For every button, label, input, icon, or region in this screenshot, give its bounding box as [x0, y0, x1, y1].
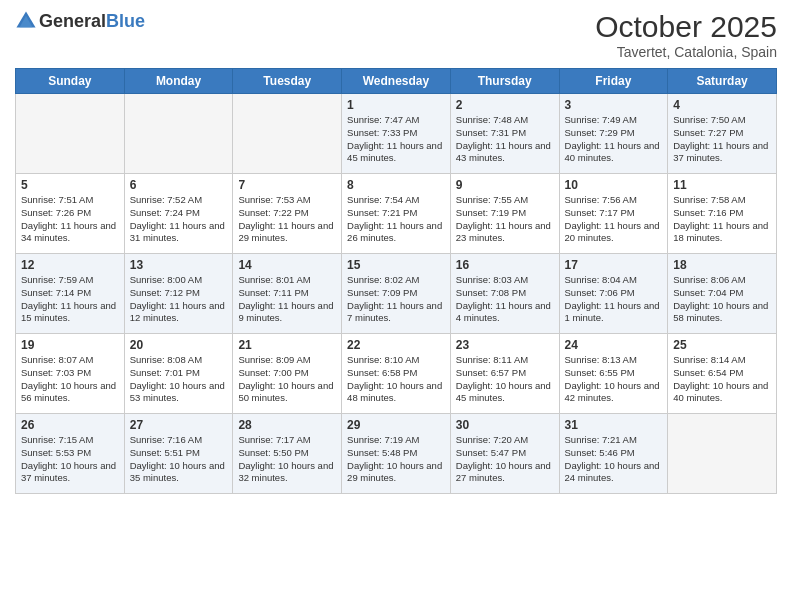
calendar-cell: 11Sunrise: 7:58 AM Sunset: 7:16 PM Dayli… — [668, 174, 777, 254]
day-info: Sunrise: 8:03 AM Sunset: 7:08 PM Dayligh… — [456, 274, 554, 325]
header-row: Sunday Monday Tuesday Wednesday Thursday… — [16, 69, 777, 94]
calendar-cell: 3Sunrise: 7:49 AM Sunset: 7:29 PM Daylig… — [559, 94, 668, 174]
calendar-cell: 7Sunrise: 7:53 AM Sunset: 7:22 PM Daylig… — [233, 174, 342, 254]
day-info: Sunrise: 7:56 AM Sunset: 7:17 PM Dayligh… — [565, 194, 663, 245]
day-number: 28 — [238, 418, 336, 432]
day-info: Sunrise: 7:15 AM Sunset: 5:53 PM Dayligh… — [21, 434, 119, 485]
day-number: 2 — [456, 98, 554, 112]
day-number: 10 — [565, 178, 663, 192]
logo-blue: Blue — [106, 11, 145, 31]
logo-general: General — [39, 11, 106, 31]
col-sunday: Sunday — [16, 69, 125, 94]
day-info: Sunrise: 8:10 AM Sunset: 6:58 PM Dayligh… — [347, 354, 445, 405]
day-number: 17 — [565, 258, 663, 272]
day-number: 19 — [21, 338, 119, 352]
location-title: Tavertet, Catalonia, Spain — [595, 44, 777, 60]
calendar-cell: 18Sunrise: 8:06 AM Sunset: 7:04 PM Dayli… — [668, 254, 777, 334]
day-info: Sunrise: 8:13 AM Sunset: 6:55 PM Dayligh… — [565, 354, 663, 405]
calendar-cell: 21Sunrise: 8:09 AM Sunset: 7:00 PM Dayli… — [233, 334, 342, 414]
calendar-cell: 20Sunrise: 8:08 AM Sunset: 7:01 PM Dayli… — [124, 334, 233, 414]
calendar-cell: 22Sunrise: 8:10 AM Sunset: 6:58 PM Dayli… — [342, 334, 451, 414]
logo: GeneralBlue — [15, 10, 145, 32]
calendar-cell: 26Sunrise: 7:15 AM Sunset: 5:53 PM Dayli… — [16, 414, 125, 494]
day-number: 15 — [347, 258, 445, 272]
day-number: 30 — [456, 418, 554, 432]
day-number: 11 — [673, 178, 771, 192]
col-monday: Monday — [124, 69, 233, 94]
calendar-cell: 27Sunrise: 7:16 AM Sunset: 5:51 PM Dayli… — [124, 414, 233, 494]
day-info: Sunrise: 7:19 AM Sunset: 5:48 PM Dayligh… — [347, 434, 445, 485]
day-number: 26 — [21, 418, 119, 432]
day-info: Sunrise: 7:50 AM Sunset: 7:27 PM Dayligh… — [673, 114, 771, 165]
calendar-cell: 16Sunrise: 8:03 AM Sunset: 7:08 PM Dayli… — [450, 254, 559, 334]
day-info: Sunrise: 8:04 AM Sunset: 7:06 PM Dayligh… — [565, 274, 663, 325]
day-number: 12 — [21, 258, 119, 272]
day-info: Sunrise: 7:48 AM Sunset: 7:31 PM Dayligh… — [456, 114, 554, 165]
calendar-cell: 5Sunrise: 7:51 AM Sunset: 7:26 PM Daylig… — [16, 174, 125, 254]
day-info: Sunrise: 7:21 AM Sunset: 5:46 PM Dayligh… — [565, 434, 663, 485]
calendar-cell: 6Sunrise: 7:52 AM Sunset: 7:24 PM Daylig… — [124, 174, 233, 254]
day-info: Sunrise: 7:53 AM Sunset: 7:22 PM Dayligh… — [238, 194, 336, 245]
week-row-3: 12Sunrise: 7:59 AM Sunset: 7:14 PM Dayli… — [16, 254, 777, 334]
col-thursday: Thursday — [450, 69, 559, 94]
col-friday: Friday — [559, 69, 668, 94]
day-number: 7 — [238, 178, 336, 192]
day-info: Sunrise: 8:02 AM Sunset: 7:09 PM Dayligh… — [347, 274, 445, 325]
day-number: 9 — [456, 178, 554, 192]
week-row-5: 26Sunrise: 7:15 AM Sunset: 5:53 PM Dayli… — [16, 414, 777, 494]
col-wednesday: Wednesday — [342, 69, 451, 94]
logo-icon — [15, 10, 37, 32]
day-number: 8 — [347, 178, 445, 192]
calendar-cell — [668, 414, 777, 494]
day-info: Sunrise: 7:49 AM Sunset: 7:29 PM Dayligh… — [565, 114, 663, 165]
calendar-table: Sunday Monday Tuesday Wednesday Thursday… — [15, 68, 777, 494]
calendar-cell: 17Sunrise: 8:04 AM Sunset: 7:06 PM Dayli… — [559, 254, 668, 334]
calendar-cell: 14Sunrise: 8:01 AM Sunset: 7:11 PM Dayli… — [233, 254, 342, 334]
day-info: Sunrise: 8:06 AM Sunset: 7:04 PM Dayligh… — [673, 274, 771, 325]
day-info: Sunrise: 8:00 AM Sunset: 7:12 PM Dayligh… — [130, 274, 228, 325]
day-number: 21 — [238, 338, 336, 352]
calendar-cell: 4Sunrise: 7:50 AM Sunset: 7:27 PM Daylig… — [668, 94, 777, 174]
day-info: Sunrise: 8:09 AM Sunset: 7:00 PM Dayligh… — [238, 354, 336, 405]
day-number: 20 — [130, 338, 228, 352]
day-number: 25 — [673, 338, 771, 352]
day-number: 24 — [565, 338, 663, 352]
logo-text: GeneralBlue — [39, 11, 145, 32]
day-number: 13 — [130, 258, 228, 272]
day-number: 3 — [565, 98, 663, 112]
day-number: 6 — [130, 178, 228, 192]
week-row-4: 19Sunrise: 8:07 AM Sunset: 7:03 PM Dayli… — [16, 334, 777, 414]
day-info: Sunrise: 7:17 AM Sunset: 5:50 PM Dayligh… — [238, 434, 336, 485]
calendar-cell: 19Sunrise: 8:07 AM Sunset: 7:03 PM Dayli… — [16, 334, 125, 414]
day-number: 18 — [673, 258, 771, 272]
day-info: Sunrise: 7:52 AM Sunset: 7:24 PM Dayligh… — [130, 194, 228, 245]
day-number: 29 — [347, 418, 445, 432]
calendar-cell — [16, 94, 125, 174]
calendar-cell: 25Sunrise: 8:14 AM Sunset: 6:54 PM Dayli… — [668, 334, 777, 414]
day-info: Sunrise: 7:51 AM Sunset: 7:26 PM Dayligh… — [21, 194, 119, 245]
calendar-cell: 24Sunrise: 8:13 AM Sunset: 6:55 PM Dayli… — [559, 334, 668, 414]
calendar-cell: 29Sunrise: 7:19 AM Sunset: 5:48 PM Dayli… — [342, 414, 451, 494]
day-info: Sunrise: 7:55 AM Sunset: 7:19 PM Dayligh… — [456, 194, 554, 245]
calendar-cell: 15Sunrise: 8:02 AM Sunset: 7:09 PM Dayli… — [342, 254, 451, 334]
day-info: Sunrise: 7:59 AM Sunset: 7:14 PM Dayligh… — [21, 274, 119, 325]
day-info: Sunrise: 8:07 AM Sunset: 7:03 PM Dayligh… — [21, 354, 119, 405]
day-info: Sunrise: 8:01 AM Sunset: 7:11 PM Dayligh… — [238, 274, 336, 325]
calendar-cell: 2Sunrise: 7:48 AM Sunset: 7:31 PM Daylig… — [450, 94, 559, 174]
day-info: Sunrise: 7:16 AM Sunset: 5:51 PM Dayligh… — [130, 434, 228, 485]
day-info: Sunrise: 7:58 AM Sunset: 7:16 PM Dayligh… — [673, 194, 771, 245]
header: GeneralBlue October 2025 Tavertet, Catal… — [15, 10, 777, 60]
day-number: 4 — [673, 98, 771, 112]
col-tuesday: Tuesday — [233, 69, 342, 94]
calendar-cell: 28Sunrise: 7:17 AM Sunset: 5:50 PM Dayli… — [233, 414, 342, 494]
week-row-1: 1Sunrise: 7:47 AM Sunset: 7:33 PM Daylig… — [16, 94, 777, 174]
calendar-cell — [233, 94, 342, 174]
day-info: Sunrise: 7:20 AM Sunset: 5:47 PM Dayligh… — [456, 434, 554, 485]
calendar-cell: 30Sunrise: 7:20 AM Sunset: 5:47 PM Dayli… — [450, 414, 559, 494]
page-container: GeneralBlue October 2025 Tavertet, Catal… — [0, 0, 792, 504]
calendar-cell: 13Sunrise: 8:00 AM Sunset: 7:12 PM Dayli… — [124, 254, 233, 334]
week-row-2: 5Sunrise: 7:51 AM Sunset: 7:26 PM Daylig… — [16, 174, 777, 254]
day-number: 22 — [347, 338, 445, 352]
day-info: Sunrise: 7:47 AM Sunset: 7:33 PM Dayligh… — [347, 114, 445, 165]
calendar-cell: 9Sunrise: 7:55 AM Sunset: 7:19 PM Daylig… — [450, 174, 559, 254]
